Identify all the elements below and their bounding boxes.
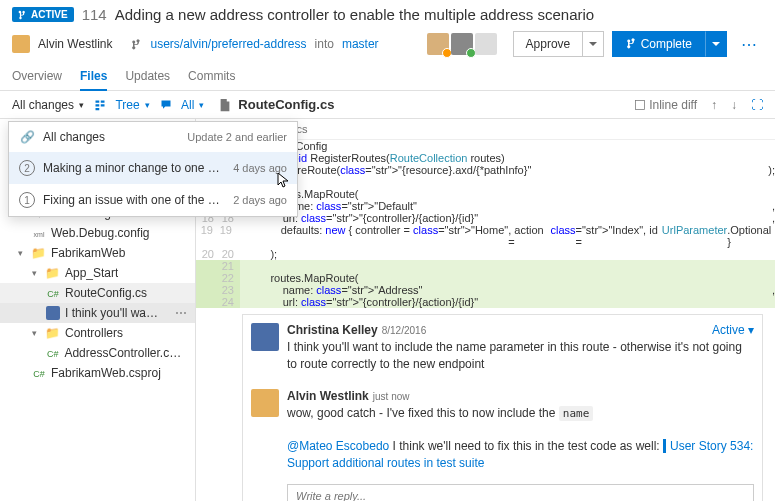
prev-diff[interactable]: ↑ [711, 98, 717, 112]
source-branch-link[interactable]: users/alvin/preferred-address [150, 37, 306, 51]
tree-folder[interactable]: ▾📁Controllers [0, 323, 195, 343]
tree-toggle[interactable]: Tree▾ [94, 98, 150, 112]
code-line[interactable]: 23 name: class="str">"Address", [196, 284, 775, 296]
tree-label: RouteConfig.cs [65, 286, 147, 300]
dropdown-item-update[interactable]: 2 Making a minor change to one of t… 4 d… [9, 152, 297, 184]
code-line[interactable]: 24 url: class="str">"{controller}/{actio… [196, 296, 775, 308]
code-line[interactable]: 2020 ); [196, 248, 775, 260]
fullscreen[interactable]: ⛶ [751, 98, 763, 112]
complete-dropdown[interactable] [705, 31, 727, 57]
tree-folder[interactable]: ▾📁FabrikamWeb [0, 243, 195, 263]
file-icon [46, 287, 60, 299]
into-label: into [315, 37, 334, 51]
pr-tabs: Overview Files Updates Commits [0, 63, 775, 91]
complete-split-button: Complete [612, 31, 727, 57]
tab-files[interactable]: Files [80, 63, 107, 91]
comment-time: 8/12/2016 [382, 325, 427, 336]
tree-folder[interactable]: ▾📁App_Start [0, 263, 195, 283]
reviewer-avatar[interactable] [427, 33, 449, 55]
link-icon: 🔗 [19, 130, 35, 144]
reviewer-avatar[interactable] [475, 33, 497, 55]
folder-icon: 📁 [45, 326, 60, 340]
tree-file[interactable]: FabrikamWeb.csproj [0, 363, 195, 383]
more-icon[interactable]: ⋯ [175, 306, 187, 320]
diff-mode[interactable]: Inline diff [634, 98, 697, 112]
avatar [251, 323, 279, 351]
code-chip: name [559, 406, 594, 421]
comment: Alvin Westlinkjust now wow, good catch -… [243, 381, 762, 480]
tree-label: FabrikamWeb [51, 246, 125, 260]
chevron-down-icon: ▾ [199, 100, 204, 110]
file-name: RouteConfig.cs [238, 97, 334, 112]
pr-header: ACTIVE 114 Adding a new address controll… [0, 0, 775, 29]
author-name: Alvin Westlink [38, 37, 112, 51]
approve-button[interactable]: Approve [513, 31, 584, 57]
target-branch-link[interactable]: master [342, 37, 379, 51]
svg-rect-0 [635, 101, 644, 110]
update-number: 2 [19, 160, 35, 176]
comment-text: wow, good catch - I've fixed this to now… [287, 405, 754, 472]
diff-icon [634, 99, 646, 111]
tree-label: App_Start [65, 266, 118, 280]
comment-author: Alvin Westlink [287, 389, 369, 403]
code-line[interactable]: 1919 defaults: new { controller = class=… [196, 224, 775, 248]
chevron-down-icon [589, 40, 597, 48]
diff-options: Inline diff ↑ ↓ ⛶ [634, 98, 763, 112]
file-icon [218, 97, 232, 112]
tree-comment[interactable]: I think you'll wa…⋯ [0, 303, 195, 323]
updates-dropdown: 🔗 All changes Update 2 and earlier 2 Mak… [8, 121, 298, 217]
reviewer-avatar[interactable] [451, 33, 473, 55]
code-line[interactable]: 22 routes.MapRoute( [196, 272, 775, 284]
chevron-down-icon [712, 40, 720, 48]
approve-dropdown[interactable] [583, 31, 604, 57]
tab-overview[interactable]: Overview [12, 63, 62, 90]
folder-icon: 📁 [45, 266, 60, 280]
file-icon [32, 367, 46, 379]
pr-number: 114 [82, 6, 107, 23]
avatar [251, 389, 279, 417]
pr-title: Adding a new address controller to enabl… [115, 6, 594, 23]
comment-time: just now [373, 391, 410, 402]
file-icon [32, 227, 46, 239]
dropdown-item-update[interactable]: 1 Fixing an issue with one of the new … … [9, 184, 297, 216]
mention[interactable]: @Mateo Escobedo [287, 439, 389, 453]
tree-file[interactable]: RouteConfig.cs [0, 283, 195, 303]
chevron-down-icon: ▾ [145, 100, 150, 110]
reply-box [287, 484, 754, 501]
approve-split-button: Approve [513, 31, 605, 57]
comment-icon [160, 99, 172, 111]
more-actions[interactable]: ⋯ [735, 35, 763, 54]
tree-label: AddressController.cs [+] [64, 346, 187, 360]
next-diff[interactable]: ↓ [731, 98, 737, 112]
chevron-icon: ▾ [32, 328, 40, 338]
status-text: ACTIVE [31, 9, 68, 20]
tree-label: FabrikamWeb.csproj [51, 366, 161, 380]
complete-label: Complete [641, 37, 692, 51]
update-number: 1 [19, 192, 35, 208]
thread-status[interactable]: Active ▾ [712, 323, 754, 337]
tree-label: I think you'll wa… [65, 306, 158, 320]
complete-button[interactable]: Complete [612, 31, 705, 57]
avatar [46, 306, 60, 320]
chevron-icon: ▾ [18, 248, 26, 258]
code-line[interactable]: 21 [196, 260, 775, 272]
tab-updates[interactable]: Updates [125, 63, 170, 90]
branch-icon [130, 37, 142, 51]
tree-file[interactable]: Web.Debug.config [0, 223, 195, 243]
status-badge: ACTIVE [12, 7, 74, 22]
files-toolbar: All changes▾ Tree▾ All▾ RouteConfig.cs I… [0, 91, 775, 119]
reviewers [427, 33, 497, 55]
changes-filter[interactable]: All changes▾ [12, 98, 84, 112]
avatar [12, 35, 30, 53]
file-header: RouteConfig.cs [214, 97, 624, 112]
comment: Christina Kelley 8/12/2016 Active ▾ I th… [243, 315, 762, 381]
tab-commits[interactable]: Commits [188, 63, 235, 90]
reply-input[interactable] [287, 484, 754, 501]
comment-author: Christina Kelley [287, 323, 378, 337]
comment-filter[interactable]: All▾ [160, 98, 205, 112]
tree-label: Controllers [65, 326, 123, 340]
dropdown-item-all[interactable]: 🔗 All changes Update 2 and earlier [9, 122, 297, 152]
folder-icon: 📁 [31, 246, 46, 260]
pr-subheader: Alvin Westlink users/alvin/preferred-add… [0, 29, 775, 63]
tree-file[interactable]: AddressController.cs [+] [0, 343, 195, 363]
